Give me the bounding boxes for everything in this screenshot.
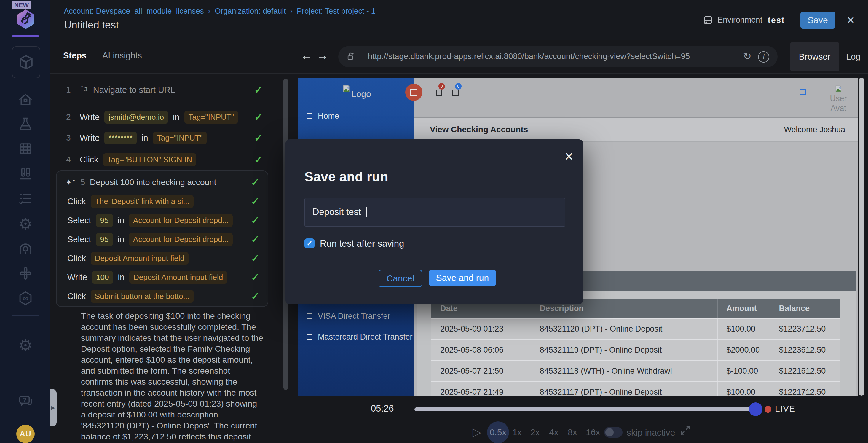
substep-row[interactable]: Click The 'Deposit' link with a si... ✓ — [57, 192, 268, 211]
bank-nav-home[interactable]: Home — [307, 112, 339, 121]
substep-row[interactable]: Select 95 in Account for Deposit dropd..… — [57, 230, 268, 249]
modal-title: Save and run — [305, 169, 389, 184]
modal-close-icon[interactable]: ✕ — [564, 150, 574, 163]
broken-image-icon[interactable] — [436, 90, 442, 96]
speed-4x[interactable]: 4x — [549, 427, 559, 437]
bank-nav-visa[interactable]: VISA Direct Transfer — [307, 312, 391, 321]
value-chip[interactable]: jsmith@demo.io — [104, 111, 168, 124]
tab-ai-insights[interactable]: AI insights — [102, 51, 142, 60]
target-chip[interactable]: The 'Deposit' link with a si... — [91, 195, 193, 208]
bank-logo[interactable]: Logo — [342, 84, 371, 99]
check-icon: ✓ — [254, 84, 263, 96]
sidebar-item-active-tile[interactable] — [12, 46, 40, 78]
start-url-link[interactable]: start URL — [139, 85, 175, 95]
refresh-icon[interactable]: ↻ — [743, 50, 752, 62]
back-icon[interactable]: ← — [301, 49, 312, 62]
table-row[interactable]: 2025-05-07 21:50845321118 (WTH) - Online… — [431, 360, 840, 382]
timeline-track[interactable] — [414, 407, 759, 411]
substep-row[interactable]: Click Deposit Amount input field ✓ — [57, 249, 268, 268]
table-row[interactable]: 2025-05-09 01:23845321120 (DPT) - Online… — [431, 319, 840, 339]
breadcrumb-project[interactable]: Project: Test project - 1 — [297, 6, 375, 16]
columns-icon[interactable] — [17, 165, 34, 182]
tab-browser[interactable]: Browser — [790, 42, 839, 71]
step-row-3[interactable]: 3 Write ******** in Tag="INPUT" ✓ — [66, 128, 262, 147]
step-group-5[interactable]: ✦✦ 5 Deposit 100 into checking account ✓… — [56, 171, 268, 307]
flask-icon[interactable] — [17, 116, 34, 133]
expand-icon[interactable] — [679, 424, 691, 437]
user-avatar-broken[interactable]: User Avat — [825, 85, 852, 113]
save-and-run-button[interactable]: Save and run — [429, 270, 496, 286]
target-chip[interactable]: Deposit Amount input field — [91, 252, 189, 265]
url-bar[interactable]: http://stage.dbank.prod-apps.relicx.ai:8… — [338, 46, 778, 67]
close-icon[interactable]: ✕ — [847, 14, 855, 26]
app-logo[interactable] — [17, 9, 35, 30]
check-icon: ✓ — [251, 214, 260, 226]
url-text[interactable]: http://stage.dbank.prod-apps.relicx.ai:8… — [368, 52, 690, 61]
target-chip[interactable]: Deposit Amount input field — [129, 271, 227, 284]
checklist-icon[interactable] — [17, 190, 34, 207]
broken-image-icon-blue[interactable] — [800, 89, 806, 95]
substep-row[interactable]: Select 95 in Account for Deposit dropd..… — [57, 211, 268, 230]
target-chip[interactable]: Tag="INPUT" — [153, 132, 207, 144]
target-chip[interactable]: Submit button at the botto... — [91, 290, 193, 303]
cancel-button[interactable]: Cancel — [378, 270, 422, 287]
persona-question-icon[interactable] — [17, 240, 34, 257]
checkbox-label[interactable]: Run test after saving — [320, 238, 404, 249]
help-chat-icon[interactable]: ? — [17, 392, 34, 410]
group-header[interactable]: ✦✦ 5 Deposit 100 into checking account ✓ — [57, 171, 268, 192]
record-indicator[interactable] — [405, 84, 423, 101]
speed-16x[interactable]: 16x — [586, 427, 600, 437]
skip-inactive-toggle[interactable] — [604, 427, 623, 438]
step-row-2[interactable]: 2 Write jsmith@demo.io in Tag="INPUT" ✓ — [66, 108, 262, 127]
gear-icon[interactable]: ⚙ — [17, 215, 34, 233]
test-name-input[interactable]: Deposit test — [305, 198, 565, 227]
value-chip[interactable]: 95 — [96, 214, 113, 227]
col-balance: Balance — [770, 299, 840, 319]
broken-image-icon[interactable] — [453, 90, 459, 96]
speed-8x[interactable]: 8x — [568, 427, 577, 437]
value-chip[interactable]: 95 — [96, 233, 113, 246]
broken-image-icon — [307, 334, 312, 340]
substep-row[interactable]: Write 100 in Deposit Amount input field … — [57, 268, 268, 287]
sidebar-divider — [12, 316, 39, 316]
timeline-thumb[interactable] — [749, 403, 763, 416]
bank-nav-mastercard[interactable]: Mastercard Direct Transfer — [307, 332, 413, 342]
speed-1x[interactable]: 1x — [512, 427, 522, 437]
target-chip[interactable]: Account for Deposit dropd... — [129, 233, 233, 246]
settings-gear-icon[interactable]: ⚙ — [17, 336, 34, 354]
bank-sidebar-divider — [309, 106, 384, 107]
forward-icon[interactable]: → — [317, 49, 329, 62]
substep-row[interactable]: Click Submit button at the botto... ✓ — [57, 287, 268, 306]
slack-icon[interactable] — [17, 265, 34, 282]
grid-icon[interactable] — [17, 140, 34, 157]
step-row-4[interactable]: 4 Click Tag="BUTTON" SIGN IN ✓ — [66, 150, 262, 169]
user-avatar[interactable]: AU — [16, 424, 35, 443]
speed-2x[interactable]: 2x — [530, 427, 540, 437]
step-number: 5 — [80, 178, 85, 187]
bank-page-title: View Checking Accounts — [430, 125, 528, 134]
target-chip[interactable]: Account for Deposit dropd... — [129, 214, 233, 227]
skip-inactive-label[interactable]: skip inactive — [627, 427, 675, 438]
chevron-separator: › — [208, 6, 211, 16]
breadcrumb-organization[interactable]: Organization: default — [215, 6, 286, 16]
info-icon[interactable]: i — [758, 51, 769, 63]
step-row-1[interactable]: 1 ⚐ Navigate to start URL ✓ — [66, 81, 262, 99]
viewport-scrollbar[interactable] — [859, 78, 864, 395]
value-chip[interactable]: 100 — [92, 271, 113, 284]
target-chip[interactable]: Tag="BUTTON" SIGN IN — [103, 153, 196, 166]
target-chip[interactable]: Tag="INPUT" — [184, 111, 238, 124]
tab-steps[interactable]: Steps — [63, 51, 87, 60]
save-button[interactable]: Save — [800, 11, 835, 29]
play-icon[interactable]: ▷ — [472, 425, 481, 439]
table-row[interactable]: 2025-05-07 21:49845321117 (DPT) - Online… — [431, 382, 840, 395]
table-row[interactable]: 2025-05-08 06:06845321119 (DPT) - Online… — [431, 339, 840, 360]
breadcrumb-account[interactable]: Account: Devspace_all_module_licenses — [64, 6, 204, 16]
environment-value[interactable]: test — [768, 16, 785, 25]
value-chip[interactable]: ******** — [104, 132, 137, 144]
run-after-saving-checkbox[interactable]: ✓ — [305, 238, 314, 248]
home-icon[interactable] — [17, 91, 34, 109]
speed-0-5x[interactable]: 0.5x — [487, 421, 509, 443]
panel-collapse-handle[interactable]: ▶ — [50, 389, 57, 426]
tab-log[interactable]: Log — [846, 42, 860, 71]
hex-link-icon[interactable]: ∞ — [17, 290, 34, 307]
